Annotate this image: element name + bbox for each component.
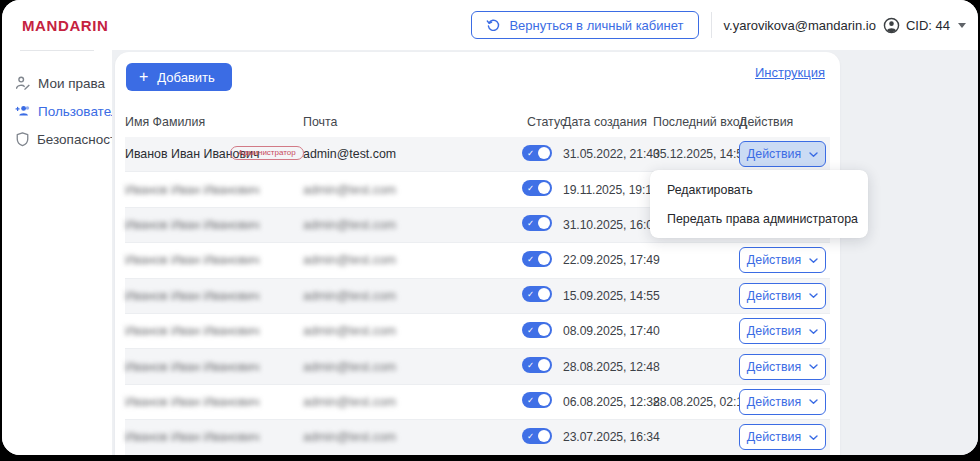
avatar-icon bbox=[883, 17, 900, 34]
account-chevron-down-icon[interactable] bbox=[958, 23, 966, 28]
shield-icon bbox=[15, 131, 30, 147]
back-to-cabinet-button[interactable]: Вернуться в личный кабинет bbox=[471, 11, 698, 39]
brand-logo: MANDARIN bbox=[22, 17, 108, 34]
add-button-label: Добавить bbox=[157, 70, 214, 85]
user-email: admin@test.com bbox=[303, 183, 396, 197]
menu-item-edit[interactable]: Редактировать bbox=[650, 175, 868, 204]
created-date: 15.09.2025, 14:55 bbox=[563, 289, 653, 303]
created-date: 08.09.2025, 17:40 bbox=[563, 324, 653, 338]
actions-button-label: Действия bbox=[747, 147, 801, 161]
actions-button[interactable]: Действия bbox=[739, 283, 826, 309]
created-date: 19.11.2025, 19:14 bbox=[563, 183, 653, 197]
user-name: Иванов Иван Иванович bbox=[125, 218, 259, 232]
cid-label: CID: 44 bbox=[906, 18, 950, 33]
status-toggle[interactable] bbox=[522, 180, 552, 196]
sidebar-item-label: Безопасность bbox=[37, 132, 123, 147]
column-header-email: Почта bbox=[303, 115, 527, 129]
header-right: Вернуться в личный кабинет v.yarovikova@… bbox=[471, 11, 978, 39]
status-toggle[interactable] bbox=[522, 251, 552, 267]
plus-icon bbox=[139, 69, 148, 85]
created-date: 28.08.2025, 12:48 bbox=[563, 360, 653, 374]
status-toggle[interactable] bbox=[522, 428, 552, 444]
toolbar: Добавить Инструкция bbox=[125, 52, 830, 106]
user-name: Иванов Иван Иванович bbox=[125, 395, 259, 409]
chevron-down-icon bbox=[809, 329, 818, 335]
table-row: Администратор Иванов Иван Иванович admin… bbox=[125, 137, 830, 172]
last-login-date: 05.12.2025, 14:52 bbox=[653, 147, 739, 161]
main-area: Добавить Инструкция Имя Фамилия Почта Ст… bbox=[112, 50, 978, 455]
sidebar-item-security[interactable]: Безопасность bbox=[2, 126, 112, 152]
user-email: admin@test.com bbox=[303, 289, 396, 303]
user-email: admin@test.com bbox=[303, 430, 396, 444]
person-add-icon bbox=[15, 103, 31, 119]
status-toggle[interactable] bbox=[522, 357, 552, 373]
actions-button[interactable]: Действия bbox=[739, 141, 826, 167]
app-window: MANDARIN Вернуться в личный кабинет v.ya… bbox=[2, 0, 978, 455]
person-edit-icon bbox=[15, 75, 31, 91]
admin-badge: Администратор bbox=[230, 146, 304, 160]
table-row: Иванов Иван Иванович admin@test.com 15.0… bbox=[125, 279, 830, 314]
status-toggle[interactable] bbox=[522, 215, 552, 231]
column-header-last-login: Последний вход bbox=[653, 115, 739, 129]
user-name: Иванов Иван Иванович bbox=[125, 289, 259, 303]
user-name: Иванов Иван Иванович bbox=[125, 253, 259, 267]
table-row: Иванов Иван Иванович admin@test.com 22.0… bbox=[125, 243, 830, 278]
user-email: admin@test.com bbox=[303, 395, 396, 409]
sidebar-item-users[interactable]: Пользователи bbox=[2, 98, 112, 124]
actions-button[interactable]: Действия bbox=[739, 318, 826, 344]
created-date: 23.07.2025, 16:34 bbox=[563, 430, 653, 444]
last-login-date: 28.08.2025, 02:16 bbox=[653, 395, 739, 409]
column-header-status: Статус bbox=[527, 115, 563, 129]
table-row: Иванов Иван Иванович admin@test.com 23.0… bbox=[125, 420, 830, 455]
header-divider bbox=[711, 12, 712, 38]
actions-button[interactable]: Действия bbox=[739, 354, 826, 380]
created-date: 31.10.2025, 16:09 bbox=[563, 218, 653, 232]
actions-dropdown-menu: Редактировать Передать права администрат… bbox=[650, 170, 868, 238]
actions-button-label: Действия bbox=[747, 430, 801, 444]
table-row: Иванов Иван Иванович admin@test.com 08.0… bbox=[125, 314, 830, 349]
actions-button[interactable]: Действия bbox=[739, 424, 826, 450]
actions-button-label: Действия bbox=[747, 360, 801, 374]
chevron-down-icon bbox=[809, 258, 818, 264]
status-toggle[interactable] bbox=[522, 322, 552, 338]
column-header-created: Дата создания bbox=[563, 115, 653, 129]
chevron-down-icon bbox=[809, 435, 818, 441]
column-header-actions: Действия bbox=[739, 115, 827, 129]
sidebar: Мои права Пользователи Безопасность bbox=[2, 50, 112, 455]
table-header-row: Имя Фамилия Почта Статус Дата создания П… bbox=[125, 106, 830, 137]
user-name: Иванов Иван Иванович bbox=[125, 430, 259, 444]
chevron-down-icon bbox=[809, 293, 818, 299]
user-email: admin@test.com bbox=[303, 324, 396, 338]
user-email: admin@test.com bbox=[303, 360, 396, 374]
table-row: Иванов Иван Иванович admin@test.com 28.0… bbox=[125, 349, 830, 384]
created-date: 31.05.2022, 21:43 bbox=[563, 147, 653, 161]
actions-button-label: Действия bbox=[747, 289, 801, 303]
user-name: Иванов Иван Иванович bbox=[125, 360, 259, 374]
actions-button-label: Действия bbox=[747, 253, 801, 267]
chevron-down-icon bbox=[809, 399, 818, 405]
created-date: 22.09.2025, 17:49 bbox=[563, 253, 653, 267]
status-toggle[interactable] bbox=[522, 145, 552, 161]
user-email: admin@test.com bbox=[303, 147, 396, 161]
status-toggle[interactable] bbox=[522, 392, 552, 408]
sidebar-item-label: Мои права bbox=[38, 76, 105, 91]
actions-button-label: Действия bbox=[747, 324, 801, 338]
users-card: Добавить Инструкция Имя Фамилия Почта Ст… bbox=[115, 52, 840, 455]
created-date: 06.08.2025, 12:38 bbox=[563, 395, 653, 409]
user-name: Иванов Иван Иванович bbox=[125, 324, 259, 338]
user-email-text: v.yarovikova@mandarin.io bbox=[724, 18, 876, 33]
actions-button-label: Действия bbox=[747, 395, 801, 409]
table-row: Иванов Иван Иванович admin@test.com 06.0… bbox=[125, 385, 830, 420]
actions-button[interactable]: Действия bbox=[739, 247, 826, 273]
return-arrow-icon bbox=[486, 18, 501, 33]
user-name: Иванов Иван Иванович bbox=[125, 183, 259, 197]
sidebar-item-my-rights[interactable]: Мои права bbox=[2, 70, 112, 96]
user-email: admin@test.com bbox=[303, 253, 396, 267]
instruction-link[interactable]: Инструкция bbox=[755, 65, 825, 80]
add-user-button[interactable]: Добавить bbox=[126, 63, 232, 91]
actions-button[interactable]: Действия bbox=[739, 389, 826, 415]
column-header-name: Имя Фамилия bbox=[125, 115, 303, 129]
user-email: admin@test.com bbox=[303, 218, 396, 232]
status-toggle[interactable] bbox=[522, 286, 552, 302]
menu-item-transfer-admin[interactable]: Передать права администратора bbox=[650, 204, 868, 233]
